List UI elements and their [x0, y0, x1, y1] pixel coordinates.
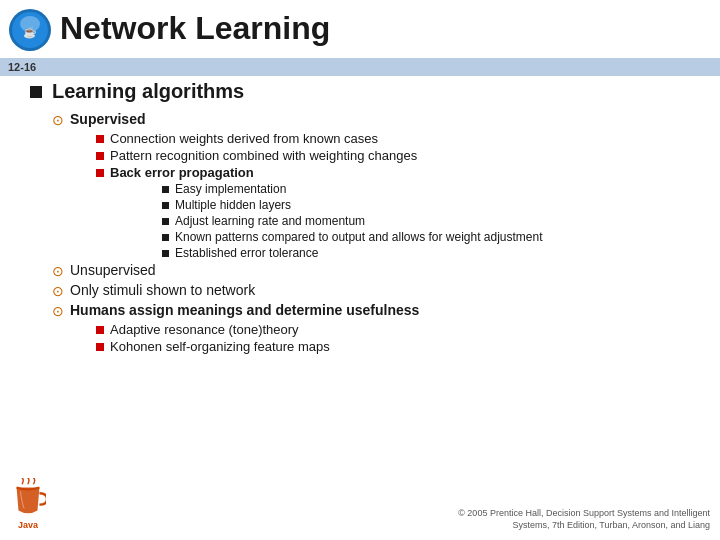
copyright-text: © 2005 Prentice Hall, Decision Support S…	[458, 507, 710, 532]
java-label: Java	[18, 520, 38, 530]
sq-item-1: Connection weights derived from known ca…	[96, 131, 700, 146]
adaptive-text-2: Kohonen self-organizing feature maps	[110, 339, 330, 354]
humans-label: Humans assign meanings and determine use…	[70, 302, 419, 318]
tick-bullet-unsupervised: ⊙	[52, 263, 64, 279]
sq-bullet-3	[96, 169, 104, 177]
stimuli-label: Only stimuli shown to network	[70, 282, 255, 298]
tick-bullet-stimuli: ⊙	[52, 283, 64, 299]
slide-number: 12-16	[8, 61, 36, 73]
sq-item-2: Pattern recognition combined with weight…	[96, 148, 700, 163]
supervised-label: Supervised	[70, 111, 145, 127]
top-logo: ☕	[8, 8, 52, 52]
ssq-item-5: Established error tolerance	[162, 246, 700, 260]
humans-item: ⊙ Humans assign meanings and determine u…	[52, 302, 700, 319]
ssq-bullet-5	[162, 250, 169, 257]
svg-text:☕: ☕	[23, 25, 37, 39]
unsupervised-label: Unsupervised	[70, 262, 156, 278]
ssq-text-5: Established error tolerance	[175, 246, 318, 260]
ssq-text-3: Adjust learning rate and momentum	[175, 214, 365, 228]
sq-text-2: Pattern recognition combined with weight…	[110, 148, 417, 163]
tick-bullet-humans: ⊙	[52, 303, 64, 319]
supervised-group: ⊙ Supervised Connection weights derived …	[52, 111, 700, 354]
adaptive-bullet-1	[96, 326, 104, 334]
sq-bullet-2	[96, 152, 104, 160]
sq-bullet-1	[96, 135, 104, 143]
adaptive-items: Adaptive resonance (tone)theory Kohonen …	[96, 322, 700, 354]
ssq-bullet-4	[162, 234, 169, 241]
ssq-text-2: Multiple hidden layers	[175, 198, 291, 212]
unsupervised-item: ⊙ Unsupervised	[52, 262, 700, 279]
adaptive-item-2: Kohonen self-organizing feature maps	[96, 339, 700, 354]
ssq-text-4: Known patterns compared to output and al…	[175, 230, 543, 244]
ssq-item-2: Multiple hidden layers	[162, 198, 700, 212]
sq-text-3: Back error propagation	[110, 165, 254, 180]
ssq-bullet-2	[162, 202, 169, 209]
ssq-item-4: Known patterns compared to output and al…	[162, 230, 700, 244]
ssq-item-3: Adjust learning rate and momentum	[162, 214, 700, 228]
ssq-item-1: Easy implementation	[162, 182, 700, 196]
section-title: Learning algorithms	[52, 80, 244, 103]
java-logo-area: Java	[10, 478, 46, 530]
sq-item-3: Back error propagation	[96, 165, 700, 180]
section-bullet	[30, 86, 42, 98]
adaptive-text-1: Adaptive resonance (tone)theory	[110, 322, 299, 337]
supervised-item: ⊙ Supervised	[52, 111, 700, 128]
ssq-bullet-1	[162, 186, 169, 193]
sq-text-1: Connection weights derived from known ca…	[110, 131, 378, 146]
stimuli-item: ⊙ Only stimuli shown to network	[52, 282, 700, 299]
slide-number-bar: 12-16	[0, 58, 720, 76]
java-cup-icon	[10, 478, 46, 518]
slide-title: Network Learning	[60, 10, 330, 47]
supervised-details: Connection weights derived from known ca…	[96, 131, 700, 260]
ssq-bullet-3	[162, 218, 169, 225]
content-area: Learning algorithms ⊙ Supervised Connect…	[30, 80, 700, 490]
ssq-text-1: Easy implementation	[175, 182, 286, 196]
back-error-subitems: Easy implementation Multiple hidden laye…	[162, 182, 700, 260]
adaptive-bullet-2	[96, 343, 104, 351]
tick-bullet-supervised: ⊙	[52, 112, 64, 128]
section-header: Learning algorithms	[30, 80, 700, 103]
adaptive-item-1: Adaptive resonance (tone)theory	[96, 322, 700, 337]
